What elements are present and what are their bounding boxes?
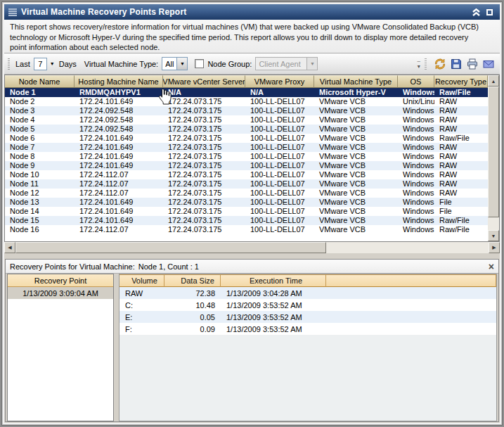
scroll-up-icon[interactable]: ▲ xyxy=(488,75,499,87)
volume-row[interactable]: E:0.051/13/2009 3:53:52 AM xyxy=(119,311,496,323)
table-cell: 172.24.112.07 xyxy=(75,225,163,234)
table-cell: RAW xyxy=(434,97,488,106)
volume-cell: 72.38 xyxy=(164,287,221,299)
vertical-scrollbar[interactable]: ▲ ▼ xyxy=(488,75,499,241)
toolbar-overflow-icon[interactable]: –▾ xyxy=(418,58,420,70)
volume-row[interactable]: C:10.481/13/2009 3:53:52 AM xyxy=(119,299,496,311)
table-row[interactable]: Node 3172.24.092.548172.24.073.175100-LL… xyxy=(5,106,488,115)
node-group-checkbox[interactable] xyxy=(195,59,204,68)
print-icon[interactable] xyxy=(465,57,479,71)
vm-type-select[interactable]: All ▼ xyxy=(162,57,188,70)
column-header[interactable]: Virtual Machine Type xyxy=(314,75,398,88)
volume-cell: 1/13/2009 3:04:28 AM xyxy=(221,287,326,299)
volume-cell: 1/13/2009 3:53:52 AM xyxy=(221,323,326,335)
table-cell: 172.24.101.649 xyxy=(75,134,163,143)
table-cell: 172.24.101.649 xyxy=(75,152,163,161)
volume-row[interactable]: RAW72.381/13/2009 3:04:28 AM xyxy=(119,287,496,299)
table-cell: RAW xyxy=(434,125,488,134)
table-cell: VMware VCB xyxy=(314,152,398,161)
vm-type-value: All xyxy=(162,58,176,70)
close-icon[interactable]: × xyxy=(489,262,494,272)
table-cell: File xyxy=(434,207,488,216)
volume-cell: 0.05 xyxy=(164,311,221,323)
days-label: Days xyxy=(59,60,77,68)
table-row[interactable]: Node 12172.24.112.07172.24.073.175100-LL… xyxy=(5,189,488,198)
last-days-input[interactable]: 7 xyxy=(34,58,47,70)
scroll-left-icon[interactable]: ◀ xyxy=(4,242,15,253)
save-icon[interactable] xyxy=(448,57,463,71)
window-title: Virtual Machine Recovery Points Report xyxy=(21,7,186,17)
table-row[interactable]: Node 14172.24.101.649172.24.073.175100-L… xyxy=(5,207,488,216)
toolbar-grip-handle[interactable] xyxy=(8,58,10,70)
table-row[interactable]: Node 8172.24.101.649172.24.073.175100-LL… xyxy=(5,152,488,161)
table-row[interactable]: Node 16172.24.112.07172.24.073.175100-LL… xyxy=(5,225,488,234)
table-cell: 172.24.112.07 xyxy=(75,179,163,189)
table-row[interactable]: Node 9172.24.101.649172.24.073.175100-LL… xyxy=(5,161,488,170)
recovery-point-item[interactable]: 1/13/2009 3:09:04 AM xyxy=(8,287,113,299)
email-icon[interactable] xyxy=(481,57,496,71)
window-content: Virtual Machine Recovery Points Report T… xyxy=(4,4,500,423)
table-cell: 172.24.073.175 xyxy=(163,106,245,115)
refresh-icon[interactable] xyxy=(432,57,447,71)
column-header[interactable]: Volume xyxy=(119,274,164,287)
table-cell: Node 2 xyxy=(5,97,75,106)
table-cell: 172.24.073.175 xyxy=(163,207,245,216)
table-cell: RMDMQAHYPV1 xyxy=(75,88,163,97)
mouse-cursor-icon xyxy=(158,89,172,108)
maximize-icon[interactable] xyxy=(486,9,493,15)
table-row[interactable]: Node 4172.24.092.548172.24.073.175100-LL… xyxy=(5,115,488,125)
table-row[interactable]: Node 13172.24.101.649172.24.073.175100-L… xyxy=(5,198,488,207)
volume-row[interactable]: F:0.091/13/2009 3:53:52 AM xyxy=(119,323,496,335)
column-header[interactable]: Execution Time xyxy=(221,274,326,287)
report-window: Virtual Machine Recovery Points Report T… xyxy=(0,0,504,427)
table-cell: RAW xyxy=(434,179,488,189)
table-cell: 172.24.092.548 xyxy=(75,115,163,125)
collapse-icon[interactable] xyxy=(472,8,481,16)
table-cell: Node 13 xyxy=(5,198,75,207)
table-row[interactable]: Node 5172.24.092.548172.24.073.175100-LL… xyxy=(5,125,488,134)
table-cell: Raw/File xyxy=(434,88,488,97)
column-header[interactable]: OS xyxy=(398,75,434,88)
column-header[interactable]: VMware vCenter Server xyxy=(163,75,245,88)
column-header[interactable]: VMware Proxy xyxy=(245,75,314,88)
last-days-dropdown-icon[interactable]: ▼ xyxy=(50,61,55,66)
last-label: Last xyxy=(15,60,30,68)
horizontal-scrollbar[interactable]: ◀ ▶ xyxy=(4,242,500,253)
panel-title-value: Node 1, Count : 1 xyxy=(138,262,199,271)
table-row[interactable]: Node 15172.24.101.649172.24.073.175100-L… xyxy=(5,216,488,225)
column-header[interactable]: Data Size xyxy=(164,274,221,287)
table-cell: Windows xyxy=(398,225,434,234)
volume-cell: RAW xyxy=(119,287,164,299)
table-cell: 100-LL-DELL07 xyxy=(245,170,314,179)
vertical-scrollbar-thumb[interactable] xyxy=(488,87,499,217)
table-cell: RAW xyxy=(434,161,488,170)
volume-cell: F: xyxy=(119,323,164,335)
node-group-select[interactable]: Client Agent ▼ xyxy=(255,57,318,70)
panel-splitter[interactable] xyxy=(114,274,119,421)
table-row[interactable]: Node 6172.24.101.649172.24.073.175100-LL… xyxy=(5,134,488,143)
horizontal-scrollbar-thumb[interactable] xyxy=(15,242,326,253)
table-cell: Raw/File xyxy=(434,216,488,225)
table-row[interactable]: Node 7172.24.101.649172.24.073.175100-LL… xyxy=(5,143,488,152)
table-cell: Windows xyxy=(398,170,434,179)
volume-cell: C: xyxy=(119,299,164,311)
table-row[interactable]: Node 10172.24.112.07172.24.073.175100-LL… xyxy=(5,170,488,179)
scroll-right-icon[interactable]: ▶ xyxy=(489,242,500,253)
table-row[interactable]: Node 11172.24.112.07172.24.073.175100-LL… xyxy=(5,179,488,189)
column-header[interactable]: Hosting Machine Name xyxy=(75,75,163,88)
table-cell: RAW xyxy=(434,152,488,161)
table-cell: 100-LL-DELL07 xyxy=(245,115,314,125)
scroll-down-icon[interactable]: ▼ xyxy=(488,230,499,241)
table-row[interactable]: Node 1RMDMQAHYPV1N/AN/AMicrosoft Hyper-V… xyxy=(5,88,488,97)
table-cell: Node 6 xyxy=(5,134,75,143)
table-cell: 172.24.073.175 xyxy=(163,216,245,225)
panel-title-label: Recovery Points for Virtual Machine: xyxy=(10,262,135,271)
window-border: Virtual Machine Recovery Points Report T… xyxy=(1,1,503,426)
column-header[interactable]: Recovery Type xyxy=(434,75,488,88)
table-cell: 100-LL-DELL07 xyxy=(245,179,314,189)
column-header[interactable]: Node Name xyxy=(5,75,75,88)
table-row[interactable]: Node 2172.24.101.649172.24.073.175100-LL… xyxy=(5,97,488,106)
table-cell: 172.24.073.175 xyxy=(163,179,245,189)
table-cell: Windows xyxy=(398,106,434,115)
table-cell: 100-LL-DELL07 xyxy=(245,152,314,161)
